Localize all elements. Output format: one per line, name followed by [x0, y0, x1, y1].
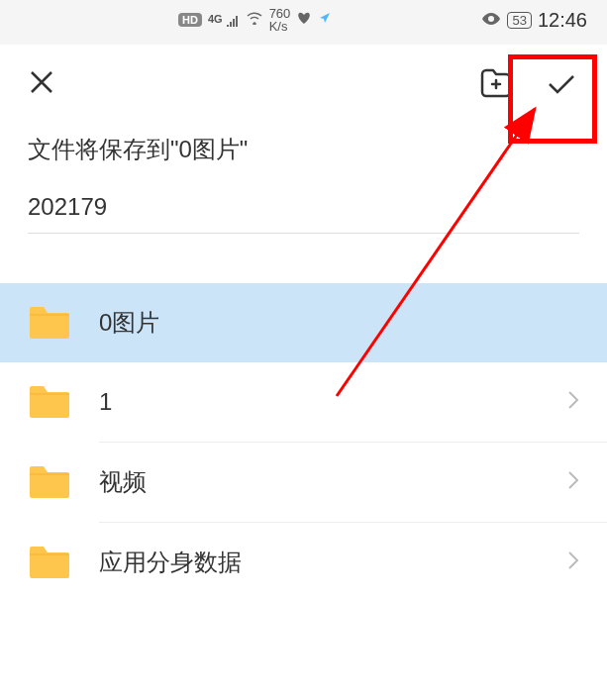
save-destination-label: 文件将保存到"0图片" — [28, 134, 579, 165]
folder-name: 应用分身数据 — [99, 547, 567, 578]
status-bar: HD 4G 760 K/s 53 12:46 — [0, 0, 607, 40]
battery-indicator: 53 — [507, 12, 531, 29]
save-info-section: 文件将保存到"0图片" — [0, 114, 607, 244]
top-bar — [0, 45, 607, 114]
status-right-group: 53 12:46 — [481, 9, 587, 32]
heart-icon — [296, 11, 312, 29]
wifi-icon — [246, 11, 263, 29]
network-speed: 760 K/s — [269, 7, 291, 33]
folder-item-selected[interactable]: 0图片 — [0, 283, 607, 362]
folder-icon — [28, 464, 71, 500]
folder-icon — [28, 384, 71, 420]
chevron-right-icon — [567, 388, 579, 416]
folder-name: 0图片 — [99, 307, 579, 339]
hd-badge: HD — [178, 13, 202, 27]
folder-name: 1 — [99, 388, 567, 416]
checkmark-icon — [544, 66, 579, 102]
close-icon — [28, 68, 55, 96]
clock: 12:46 — [538, 9, 587, 32]
chevron-right-icon — [567, 549, 579, 576]
top-actions — [478, 64, 579, 104]
folder-icon — [28, 545, 71, 580]
folder-name: 视频 — [99, 466, 567, 498]
status-left-group: HD 4G 760 K/s — [178, 7, 332, 33]
folder-item[interactable]: 应用分身数据 — [0, 523, 607, 602]
signal-icon: 4G — [208, 13, 240, 26]
app-content: 文件将保存到"0图片" 0图片 1 视 — [0, 45, 607, 700]
new-folder-button[interactable] — [478, 64, 514, 104]
confirm-button[interactable] — [544, 66, 579, 102]
location-icon — [318, 11, 332, 29]
folder-icon — [28, 305, 71, 341]
eye-icon — [481, 11, 501, 29]
folder-item[interactable]: 视频 — [0, 443, 607, 522]
folder-item[interactable]: 1 — [0, 362, 607, 442]
filename-input[interactable] — [28, 185, 579, 234]
chevron-right-icon — [567, 468, 579, 496]
new-folder-icon — [478, 64, 514, 100]
folder-list: 0图片 1 视频 — [0, 283, 607, 602]
close-button[interactable] — [28, 68, 55, 101]
